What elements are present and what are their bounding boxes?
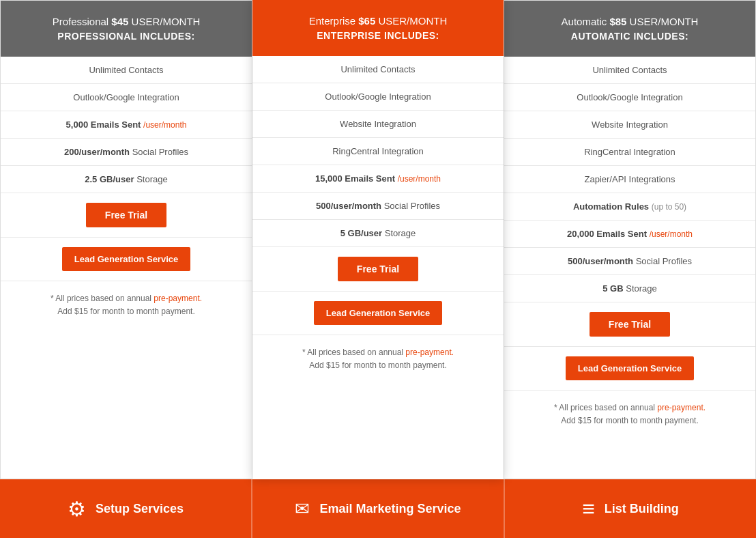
lead-gen-button-2[interactable]: Lead Generation Service	[314, 301, 442, 325]
feature-social-1: 200/user/month Social Profiles	[1, 139, 252, 166]
feature-storage-3: 5 GB Storage	[504, 275, 755, 302]
plan-enterprise-name: Enterprise	[309, 15, 359, 27]
lead-gen-section-1: Lead Generation Service	[1, 238, 252, 281]
plan-enterprise-period: USER/MONTH	[375, 15, 447, 27]
footer-setup-label: Setup Services	[96, 502, 184, 516]
free-trial-section-2: Free Trial	[252, 247, 504, 292]
pricing-note-2: * All prices based on annual pre-payment…	[252, 335, 504, 383]
lead-gen-section-2: Lead Generation Service	[252, 292, 504, 335]
plan-professional-title: Professional $45 USER/MONTH	[14, 16, 238, 28]
plan-enterprise: Enterprise $65 USER/MONTH ENTERPRISE INC…	[252, 0, 504, 479]
feature-ringcentral-2: RingCentral Integration	[252, 138, 504, 165]
feature-unlimited-contacts-2: Unlimited Contacts	[252, 56, 504, 83]
feature-website-3: Website Integration	[504, 111, 755, 139]
plan-enterprise-features: Unlimited Contacts Outlook/Google Integr…	[252, 56, 504, 479]
feature-outlook-1: Outlook/Google Integration	[1, 84, 252, 111]
plan-professional-includes: PROFESSIONAL INCLUDES:	[14, 31, 238, 42]
plan-enterprise-includes: ENTERPRISE INCLUDES:	[266, 30, 490, 41]
feature-social-3: 500/user/month Social Profiles	[504, 248, 755, 275]
plan-automatic-price: $85	[609, 16, 626, 27]
plan-automatic-features: Unlimited Contacts Outlook/Google Integr…	[504, 57, 755, 479]
free-trial-button-3[interactable]: Free Trial	[590, 312, 670, 337]
feature-storage-1: 2.5 GB/user Storage	[1, 166, 252, 193]
footer-bar: Setup Services Email Marketing Service L…	[0, 479, 756, 538]
lead-gen-section-3: Lead Generation Service	[504, 347, 755, 391]
lead-gen-button-1[interactable]: Lead Generation Service	[62, 247, 190, 271]
gear-icon	[68, 497, 86, 521]
feature-ringcentral-3: RingCentral Integration	[504, 139, 755, 166]
plan-professional-header: Professional $45 USER/MONTH PROFESSIONAL…	[1, 1, 252, 57]
feature-emails-3: 20,000 Emails Sent /user/month	[504, 221, 755, 248]
plan-automatic: Automatic $85 USER/MONTH AUTOMATIC INCLU…	[504, 0, 756, 479]
plan-automatic-name: Automatic	[562, 16, 610, 27]
list-icon	[582, 496, 595, 522]
pricing-grid: Professional $45 USER/MONTH PROFESSIONAL…	[0, 0, 756, 479]
footer-list-building[interactable]: List Building	[505, 479, 756, 538]
free-trial-section-1: Free Trial	[1, 193, 252, 238]
plan-professional-period: USER/MONTH	[128, 16, 200, 27]
lead-gen-button-3[interactable]: Lead Generation Service	[566, 356, 694, 380]
feature-unlimited-contacts-3: Unlimited Contacts	[504, 57, 755, 84]
email-icon	[295, 498, 310, 520]
feature-outlook-2: Outlook/Google Integration	[252, 83, 504, 111]
feature-social-2: 500/user/month Social Profiles	[252, 193, 504, 220]
plan-automatic-includes: AUTOMATIC INCLUDES:	[518, 31, 742, 42]
plan-enterprise-price: $65	[358, 15, 375, 27]
feature-unlimited-contacts-1: Unlimited Contacts	[1, 57, 252, 84]
feature-emails-2: 15,000 Emails Sent /user/month	[252, 165, 504, 193]
footer-setup-services[interactable]: Setup Services	[0, 479, 252, 538]
plan-professional: Professional $45 USER/MONTH PROFESSIONAL…	[0, 0, 252, 479]
plan-enterprise-title: Enterprise $65 USER/MONTH	[266, 15, 490, 27]
feature-storage-2: 5 GB/user Storage	[252, 220, 504, 247]
plan-automatic-header: Automatic $85 USER/MONTH AUTOMATIC INCLU…	[504, 1, 755, 57]
free-trial-section-3: Free Trial	[504, 302, 755, 347]
feature-zapier-3: Zapier/API Integrations	[504, 166, 755, 193]
feature-website-2: Website Integration	[252, 111, 504, 138]
feature-outlook-3: Outlook/Google Integration	[504, 84, 755, 111]
plan-automatic-period: USER/MONTH	[626, 16, 698, 27]
plan-professional-price: $45	[111, 16, 128, 27]
pricing-note-1: * All prices based on annual pre-payment…	[1, 281, 252, 329]
plan-automatic-title: Automatic $85 USER/MONTH	[518, 16, 742, 28]
free-trial-button-1[interactable]: Free Trial	[86, 203, 166, 227]
free-trial-button-2[interactable]: Free Trial	[338, 257, 418, 281]
footer-email-marketing[interactable]: Email Marketing Service	[252, 479, 505, 538]
plan-professional-features: Unlimited Contacts Outlook/Google Integr…	[1, 57, 252, 479]
footer-email-label: Email Marketing Service	[319, 502, 461, 516]
feature-automation-3: Automation Rules (up to 50)	[504, 193, 755, 221]
pricing-note-3: * All prices based on annual pre-payment…	[504, 391, 755, 438]
feature-emails-1: 5,000 Emails Sent /user/month	[1, 111, 252, 139]
footer-list-label: List Building	[605, 502, 679, 516]
plan-enterprise-header: Enterprise $65 USER/MONTH ENTERPRISE INC…	[252, 0, 504, 56]
plan-professional-name: Professional	[53, 16, 112, 27]
